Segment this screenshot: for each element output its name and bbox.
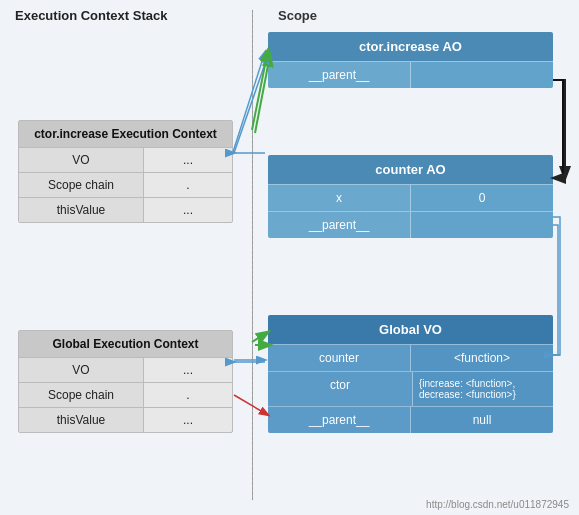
left-title: Execution Context Stack [15,8,167,23]
ctor-ao-parent-value [411,62,553,88]
svg-line-16 [252,50,268,130]
svg-line-7 [233,52,265,152]
ec-global-this-row: thisValue ... [19,407,232,432]
global-vo-ctor-value: {increase: <function>, decrease: <functi… [413,372,553,406]
counter-ao-parent-value [411,212,553,238]
counter-ao-x-row: x 0 [268,184,553,211]
global-vo-ctor-row: ctor {increase: <function>, decrease: <f… [268,371,553,406]
global-vo-block: Global VO counter <function> ctor {incre… [268,315,553,433]
global-vo-parent-label: __parent__ [268,407,411,433]
column-divider [252,10,253,500]
ec-ctor-increase-header: ctor.increase Execution Context [19,121,232,147]
global-vo-counter-label: counter [268,345,411,371]
counter-ao-parent-label: __parent__ [268,212,411,238]
right-title: Scope [278,8,317,23]
ec-global-scope-row: Scope chain . [19,382,232,407]
ec-ctor-vo-label: VO [19,148,144,172]
ec-ctor-scope-row: Scope chain . [19,172,232,197]
ec-ctor-this-value: ... [144,198,232,222]
global-vo-parent-value: null [411,407,553,433]
svg-line-8 [234,55,268,153]
ctor-ao-header: ctor.increase AO [268,32,553,61]
ec-global-vo-row: VO ... [19,357,232,382]
global-vo-parent-row: __parent__ null [268,406,553,433]
svg-line-13 [234,395,268,415]
global-vo-counter-row: counter <function> [268,344,553,371]
ec-global-header: Global Execution Context [19,331,232,357]
ec-ctor-scope-label: Scope chain [19,173,144,197]
ctor-ao-parent-row: __parent__ [268,61,553,88]
main-container: Execution Context Stack Scope ctor.incre… [0,0,579,515]
ec-global-scope-label: Scope chain [19,383,144,407]
ctor-ao-parent-label: __parent__ [268,62,411,88]
ec-global-vo-label: VO [19,358,144,382]
ec-ctor-scope-value: . [144,173,232,197]
global-vo-header: Global VO [268,315,553,344]
ec-ctor-this-row: thisValue ... [19,197,232,222]
ctor-ao-block: ctor.increase AO __parent__ [268,32,553,88]
svg-line-17 [252,332,268,342]
counter-ao-header: counter AO [268,155,553,184]
ec-global-scope-value: . [144,383,232,407]
ec-ctor-vo-row: VO ... [19,147,232,172]
ec-global-this-value: ... [144,408,232,432]
ec-ctor-vo-value: ... [144,148,232,172]
global-vo-counter-value: <function> [411,345,553,371]
counter-ao-x-value: 0 [411,185,553,211]
counter-ao-block: counter AO x 0 __parent__ [268,155,553,238]
counter-ao-x-label: x [268,185,411,211]
ec-global-this-label: thisValue [19,408,144,432]
ec-block-global: Global Execution Context VO ... Scope ch… [18,330,233,433]
ec-block-ctor-increase: ctor.increase Execution Context VO ... S… [18,120,233,223]
counter-ao-parent-row: __parent__ [268,211,553,238]
ec-ctor-this-label: thisValue [19,198,144,222]
global-vo-ctor-label: ctor [268,372,413,406]
watermark: http://blog.csdn.net/u011872945 [426,499,569,510]
ec-global-vo-value: ... [144,358,232,382]
